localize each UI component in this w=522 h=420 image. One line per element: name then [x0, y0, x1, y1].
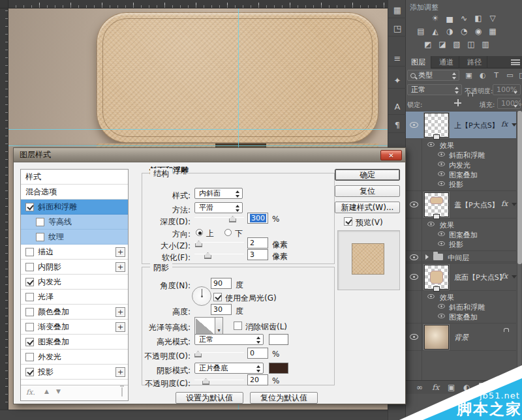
- visibility-eye-icon[interactable]: [427, 294, 434, 299]
- new-style-button[interactable]: 新建样式(W)...: [335, 202, 400, 213]
- layer-name[interactable]: 底面【P大点S】: [454, 273, 506, 282]
- add-layer-mask-icon[interactable]: ▣: [448, 383, 455, 392]
- effect-row[interactable]: 投影: [406, 179, 516, 189]
- dialog-title-bar[interactable]: 图层样式: [14, 148, 405, 162]
- style-item-blending-options[interactable]: 混合选项: [21, 185, 128, 200]
- scrollbar-thumb[interactable]: [517, 111, 522, 264]
- fx-badge-icon[interactable]: fx: [501, 200, 508, 208]
- style-item-inner-shadow[interactable]: 内阴影 +: [21, 260, 128, 275]
- tab-channels[interactable]: 通道: [434, 56, 459, 68]
- layer-thumbnail[interactable]: [424, 325, 449, 350]
- style-checkbox[interactable]: [25, 278, 34, 286]
- collapse-effects-icon[interactable]: [512, 123, 517, 127]
- fx-menu-icon[interactable]: fx.: [26, 388, 35, 397]
- effects-header-row[interactable]: 效果: [406, 220, 516, 230]
- brightness-contrast-adjustment-icon[interactable]: ☀: [429, 13, 441, 23]
- curves-adjustment-icon[interactable]: ∿: [458, 13, 470, 23]
- visibility-eye-icon[interactable]: [410, 274, 418, 280]
- group-name[interactable]: 中间层: [448, 253, 469, 263]
- visibility-eye-icon[interactable]: [410, 202, 418, 207]
- blend-mode-dropdown[interactable]: 正常: [407, 84, 462, 95]
- close-button[interactable]: ✕: [380, 150, 402, 160]
- style-item-pattern-overlay[interactable]: 图案叠加: [21, 335, 128, 350]
- layer-row[interactable]: 上【P大点S】 fx: [406, 111, 516, 139]
- shadow-mode-dropdown[interactable]: 正片叠底: [194, 363, 264, 374]
- visibility-eye-icon[interactable]: [438, 162, 444, 166]
- visibility-eye-icon[interactable]: [427, 222, 434, 226]
- filter-adjustment-layers-icon[interactable]: ◐: [477, 70, 488, 81]
- layers-scrollbar[interactable]: [517, 111, 521, 380]
- visibility-eye-icon[interactable]: [438, 152, 444, 157]
- background-layer-row[interactable]: 背景: [406, 323, 516, 351]
- reset-button[interactable]: 复位: [335, 185, 400, 197]
- layer-thumbnail[interactable]: [424, 192, 449, 217]
- style-checkbox[interactable]: [36, 233, 44, 241]
- opacity-dropdown[interactable]: 100%: [493, 84, 521, 95]
- character-panel-icon[interactable]: A: [388, 99, 407, 115]
- styles-panel-icon[interactable]: ✦: [388, 73, 407, 89]
- angle-dial[interactable]: [192, 286, 211, 306]
- layer-name[interactable]: 背景: [454, 333, 468, 342]
- effect-row[interactable]: 斜面和浮雕: [406, 302, 516, 312]
- depth-input[interactable]: 300: [247, 213, 268, 224]
- move-down-icon[interactable]: ▼: [56, 388, 61, 395]
- contour-dropdown-icon[interactable]: ▾: [215, 317, 223, 335]
- style-checkbox[interactable]: [25, 308, 34, 316]
- collapse-effects-icon[interactable]: [512, 275, 517, 278]
- move-up-icon[interactable]: ▲: [44, 388, 49, 395]
- add-instance-icon[interactable]: +: [115, 367, 125, 377]
- style-checkbox[interactable]: [25, 263, 34, 271]
- visibility-eye-icon[interactable]: [438, 314, 444, 318]
- add-instance-icon[interactable]: +: [115, 262, 125, 272]
- visibility-eye-icon[interactable]: [438, 181, 444, 186]
- effect-row[interactable]: 图案叠加: [406, 312, 516, 322]
- layer-name[interactable]: 上【P大点S】: [454, 121, 499, 130]
- levels-adjustment-icon[interactable]: ▅: [444, 13, 455, 23]
- bevel-style-dropdown[interactable]: 内斜面: [194, 188, 243, 199]
- highlight-opacity-slider[interactable]: [194, 348, 244, 357]
- visibility-eye-icon[interactable]: [438, 241, 444, 246]
- delete-effect-icon[interactable]: [121, 387, 123, 396]
- tab-layers[interactable]: 图层: [406, 56, 431, 68]
- layer-thumbnail[interactable]: [424, 265, 449, 290]
- photo-filter-adjustment-icon[interactable]: ◔: [458, 26, 470, 37]
- layer-filter-kind-dropdown[interactable]: 类型: [407, 70, 459, 81]
- fx-badge-icon[interactable]: fx: [501, 120, 508, 128]
- paragraph-panel-icon[interactable]: ¶: [388, 117, 407, 133]
- style-item-inner-glow[interactable]: 内发光: [21, 275, 128, 290]
- antialias-checkbox[interactable]: [234, 322, 242, 330]
- angle-input[interactable]: 90: [211, 278, 232, 289]
- style-item-stroke[interactable]: 描边 +: [21, 245, 128, 260]
- visibility-eye-icon[interactable]: [438, 304, 444, 308]
- global-light-checkbox[interactable]: [213, 293, 222, 301]
- styles-header-item[interactable]: 样式: [21, 170, 128, 185]
- channel-mixer-adjustment-icon[interactable]: ◉: [472, 26, 484, 37]
- style-item-gradient-overlay[interactable]: 渐变叠加 +: [21, 320, 128, 335]
- highlight-color-swatch[interactable]: [269, 334, 288, 345]
- visibility-eye-icon[interactable]: [427, 142, 434, 147]
- shadow-color-swatch[interactable]: [269, 363, 288, 374]
- highlight-opacity-input[interactable]: 0: [247, 348, 268, 359]
- black-white-adjustment-icon[interactable]: ◑: [444, 26, 455, 37]
- style-item-color-overlay[interactable]: 颜色叠加 +: [21, 305, 128, 320]
- visibility-eye-icon[interactable]: [438, 232, 444, 236]
- style-item-outer-glow[interactable]: 外发光: [21, 350, 128, 365]
- style-item-drop-shadow[interactable]: 投影 +: [21, 365, 128, 380]
- gloss-contour-thumbnail[interactable]: [194, 317, 215, 335]
- filter-smart-objects-icon[interactable]: ◫: [517, 70, 522, 81]
- effect-row[interactable]: 斜面和浮雕: [406, 150, 516, 160]
- set-default-button[interactable]: 设置为默认值: [176, 392, 243, 404]
- group-row[interactable]: 中间层: [406, 250, 516, 262]
- expand-group-icon[interactable]: [425, 254, 429, 260]
- soften-input[interactable]: 3: [247, 249, 268, 260]
- layer-row[interactable]: 底面【P大点S】 fx: [406, 263, 516, 291]
- style-checkbox[interactable]: [25, 353, 34, 361]
- hue-saturation-adjustment-icon[interactable]: ▤: [415, 26, 427, 37]
- brush-panel-icon[interactable]: ≡: [388, 51, 407, 67]
- style-item-bevel-emboss[interactable]: 斜面和浮雕: [21, 200, 128, 215]
- clone-source-panel-icon[interactable]: ◳: [388, 21, 407, 37]
- visibility-eye-icon[interactable]: [410, 254, 418, 260]
- gradient-map-adjustment-icon[interactable]: ◫: [465, 39, 477, 50]
- style-checkbox[interactable]: [25, 368, 34, 376]
- panel-menu-icon[interactable]: [511, 59, 520, 65]
